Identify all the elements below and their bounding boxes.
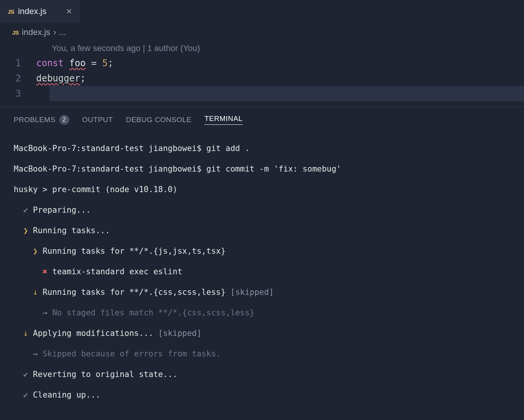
problems-count-badge: 2 [59, 115, 69, 125]
tab-label: DEBUG CONSOLE [126, 116, 192, 124]
terminal-line: husky > pre-commit (node v10.18.0) [14, 185, 510, 195]
breadcrumb-filename: index.js [22, 27, 50, 37]
breadcrumb-rest: ... [59, 27, 66, 37]
semicolon: ; [108, 58, 113, 68]
terminal-line [14, 410, 510, 420]
code-editor[interactable]: You, a few seconds ago | 1 author (You) … [0, 40, 524, 107]
terminal-output[interactable]: MacBook-Pro-7:standard-test jiangbowei$ … [0, 130, 524, 420]
semicolon: ; [80, 73, 86, 84]
terminal-line: ✖ teamix-standard exec eslint [14, 267, 510, 277]
right-arrow-icon: → [43, 308, 48, 317]
line-number: 1 [0, 56, 36, 71]
terminal-line: MacBook-Pro-7:standard-test jiangbowei$ … [14, 164, 510, 174]
code-line-active: 3 [0, 86, 524, 101]
terminal-line: ✔ Cleaning up... [14, 390, 510, 400]
tab-label: PROBLEMS [14, 116, 56, 124]
breadcrumb[interactable]: JS index.js › ... [0, 23, 524, 40]
terminal-line: ↓ Applying modifications... [skipped] [14, 328, 510, 339]
terminal-line: ✔ Reverting to original state... [14, 369, 510, 380]
tab-label: OUTPUT [82, 116, 113, 124]
tab-bar: JS index.js ✕ [0, 0, 524, 23]
right-arrow-icon: → [33, 349, 38, 358]
tab-debug-console[interactable]: DEBUG CONSOLE [126, 115, 192, 125]
git-blame-annotation: You, a few seconds ago | 1 author (You) [0, 43, 524, 56]
panel-tab-bar: PROBLEMS 2 OUTPUT DEBUG CONSOLE TERMINAL [0, 107, 524, 130]
js-file-icon: JS [12, 29, 19, 36]
terminal-line: ↓ Running tasks for **/*.{css,scss,less}… [14, 287, 510, 298]
line-number: 3 [0, 86, 36, 101]
bottom-panel: PROBLEMS 2 OUTPUT DEBUG CONSOLE TERMINAL… [0, 107, 524, 420]
code-line: 2 debugger; [0, 71, 524, 86]
terminal-line: ✔ Preparing... [14, 205, 510, 215]
down-arrow-icon: ↓ [33, 288, 38, 297]
variable-with-error: foo [69, 58, 86, 68]
arrow-icon: ❯ [23, 226, 28, 235]
down-arrow-icon: ↓ [23, 329, 28, 338]
line-number: 2 [0, 71, 36, 86]
terminal-line: → Skipped because of errors from tasks. [14, 349, 510, 359]
operator: = [91, 58, 97, 68]
check-icon: ✔ [23, 370, 28, 379]
close-icon[interactable]: ✕ [66, 7, 72, 16]
statement-with-error: debugger [36, 73, 80, 84]
js-file-icon: JS [8, 8, 14, 15]
cross-icon: ✖ [43, 267, 48, 276]
tab-terminal[interactable]: TERMINAL [204, 115, 243, 125]
terminal-line: MacBook-Pro-7:standard-test jiangbowei$ … [14, 143, 510, 154]
tab-label: TERMINAL [204, 115, 243, 123]
code-line: 1 const foo = 5; [0, 56, 524, 71]
check-icon: ✔ [23, 205, 28, 215]
editor-tab[interactable]: JS index.js ✕ [0, 0, 80, 23]
chevron-right-icon: › [53, 27, 56, 37]
tab-problems[interactable]: PROBLEMS 2 [14, 115, 69, 125]
keyword: const [36, 58, 64, 68]
tab-filename: index.js [18, 6, 46, 16]
number-literal: 5 [102, 58, 107, 68]
check-icon: ✔ [23, 390, 28, 399]
tab-output[interactable]: OUTPUT [82, 115, 113, 125]
terminal-line: → No staged files match **/*.{css,scss,l… [14, 308, 510, 318]
code-content[interactable]: debugger; [36, 71, 516, 86]
arrow-icon: ❯ [33, 247, 38, 256]
terminal-line: ❯ Running tasks... [14, 226, 510, 236]
code-content[interactable]: const foo = 5; [36, 56, 516, 71]
terminal-line: ❯ Running tasks for **/*.{js,jsx,ts,tsx} [14, 246, 510, 256]
